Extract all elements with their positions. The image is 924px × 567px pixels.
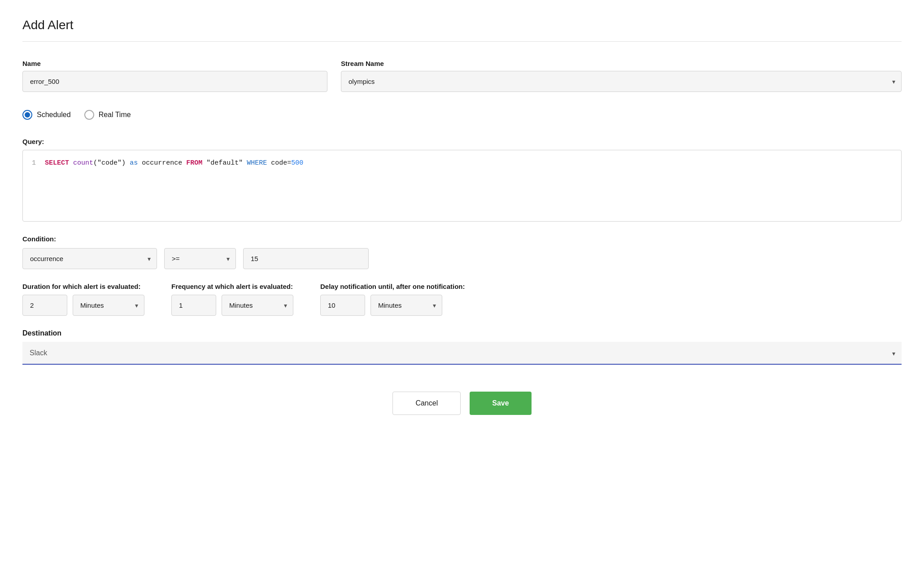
delay-unit-select[interactable]: Minutes Hours	[370, 295, 442, 316]
frequency-group: Frequency at which alert is evaluated: M…	[171, 283, 293, 316]
cancel-button[interactable]: Cancel	[392, 392, 461, 415]
name-label: Name	[22, 60, 327, 67]
delay-label: Delay notification until, after one noti…	[320, 283, 465, 290]
radio-group: Scheduled Real Time	[22, 105, 902, 124]
kw-where: WHERE	[247, 159, 267, 167]
delay-unit-wrapper: Minutes Hours ▾	[370, 295, 442, 316]
kw-from: FROM	[186, 159, 202, 167]
kw-occurrence: occurrence	[142, 159, 182, 167]
kw-paren-open: (	[93, 159, 97, 167]
kw-default-str: "default"	[206, 159, 243, 167]
kw-as: as	[130, 159, 138, 167]
duration-group: Duration for which alert is evaluated: M…	[22, 283, 144, 316]
query-editor[interactable]: 1 SELECT count("code") as occurrence FRO…	[22, 150, 902, 222]
operator-select[interactable]: >= <= =	[164, 248, 236, 269]
duration-number-input[interactable]	[22, 295, 67, 316]
name-input[interactable]	[22, 71, 327, 92]
radio-scheduled[interactable]: Scheduled	[22, 110, 71, 120]
name-field-group: Name	[22, 60, 327, 92]
condition-field-wrapper: occurrence ▾	[22, 248, 157, 269]
form-section: Name Stream Name olympics default custom…	[22, 60, 902, 549]
frequency-inputs: Minutes Hours ▾	[171, 295, 293, 316]
kw-code-field: code	[271, 159, 287, 167]
radio-realtime-circle	[84, 110, 94, 120]
kw-500: 500	[291, 159, 303, 167]
kw-count: count	[73, 159, 93, 167]
delay-group: Delay notification until, after one noti…	[320, 283, 465, 316]
frequency-unit-select[interactable]: Minutes Hours	[222, 295, 293, 316]
duration-unit-select[interactable]: Minutes Hours	[73, 295, 144, 316]
page-title: Add Alert	[22, 18, 902, 32]
duration-unit-wrapper: Minutes Hours ▾	[73, 295, 144, 316]
code-content: SELECT count("code") as occurrence FROM …	[45, 159, 892, 212]
line-numbers: 1	[32, 159, 36, 212]
condition-row: occurrence ▾ >= <= = ▾	[22, 248, 902, 269]
condition-value-input[interactable]	[243, 248, 369, 269]
radio-scheduled-circle	[22, 110, 32, 120]
radio-scheduled-inner	[25, 112, 30, 118]
stream-field-group: Stream Name olympics default custom ▾	[341, 60, 902, 92]
operator-wrapper: >= <= = ▾	[164, 248, 236, 269]
frequency-unit-wrapper: Minutes Hours ▾	[222, 295, 293, 316]
stream-select-wrapper: olympics default custom ▾	[341, 71, 902, 92]
condition-section: Condition: occurrence ▾ >= <= = ▾	[22, 235, 902, 269]
query-label: Query:	[22, 138, 902, 145]
radio-scheduled-label: Scheduled	[37, 111, 71, 119]
destination-label: Destination	[22, 329, 902, 337]
radio-realtime-label: Real Time	[99, 111, 131, 119]
condition-label: Condition:	[22, 235, 902, 243]
metrics-row: Duration for which alert is evaluated: M…	[22, 283, 902, 316]
destination-select[interactable]: Slack Email PagerDuty	[22, 342, 902, 365]
kw-paren-close: )	[122, 159, 126, 167]
title-divider	[22, 41, 902, 42]
code-line-1: SELECT count("code") as occurrence FROM …	[45, 159, 892, 167]
stream-label: Stream Name	[341, 60, 902, 67]
delay-number-input[interactable]	[320, 295, 365, 316]
line-number-1: 1	[32, 159, 36, 167]
radio-realtime[interactable]: Real Time	[84, 110, 131, 120]
kw-code-str: "code"	[97, 159, 122, 167]
duration-label: Duration for which alert is evaluated:	[22, 283, 144, 290]
query-section: Query: 1 SELECT count("code") as occurre…	[22, 138, 902, 222]
duration-inputs: Minutes Hours ▾	[22, 295, 144, 316]
kw-select: SELECT	[45, 159, 69, 167]
page-container: Add Alert Name Stream Name olympics defa…	[0, 0, 924, 567]
delay-inputs: Minutes Hours ▾	[320, 295, 465, 316]
destination-select-wrapper: Slack Email PagerDuty ▾	[22, 342, 902, 365]
frequency-number-input[interactable]	[171, 295, 216, 316]
name-stream-row: Name Stream Name olympics default custom…	[22, 60, 902, 92]
actions-row: Cancel Save	[22, 392, 902, 424]
stream-select[interactable]: olympics default custom	[341, 71, 902, 92]
save-button[interactable]: Save	[470, 392, 531, 415]
frequency-label: Frequency at which alert is evaluated:	[171, 283, 293, 290]
destination-section: Destination Slack Email PagerDuty ▾	[22, 329, 902, 365]
condition-field-select[interactable]: occurrence	[22, 248, 157, 269]
